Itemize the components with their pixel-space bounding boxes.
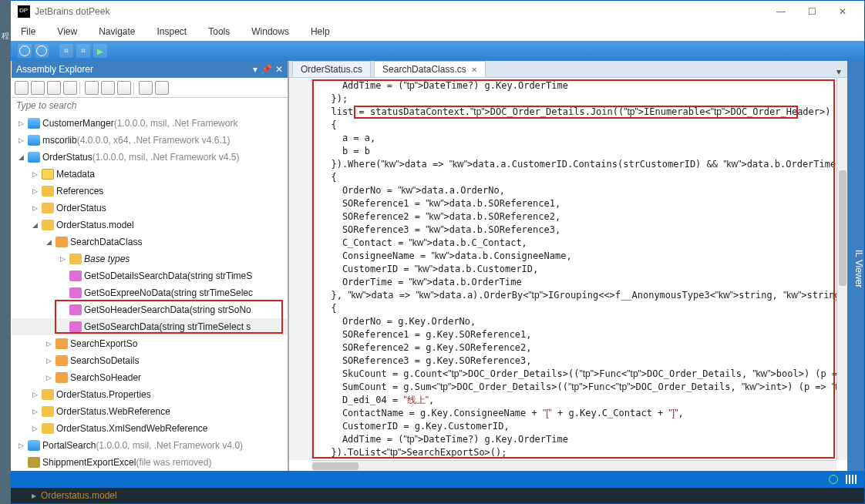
tree-node[interactable]: GetSoDetailsSearchData(string strTimeS — [12, 267, 288, 284]
tree-node[interactable]: ▷Base types — [12, 250, 288, 267]
window-title: JetBrains dotPeek — [35, 6, 109, 17]
explorer-tool-8[interactable] — [139, 81, 153, 95]
menu-inspect[interactable]: Inspect — [154, 25, 190, 39]
tree-node[interactable]: ▷SearchSoDetails — [12, 352, 288, 369]
cls-icon — [56, 237, 68, 247]
il-viewer-tab[interactable]: IL Viewer — [847, 61, 864, 471]
ref-icon — [42, 169, 54, 180]
menu-help[interactable]: Help — [308, 25, 333, 39]
tab-searchdataclass[interactable]: SearchDataClass.cs✕ — [374, 61, 486, 77]
code-editor[interactable]: AddTime = ("tp">DateTime?) g.Key.OrderTi… — [312, 78, 836, 460]
fold-icon — [42, 203, 54, 213]
nav-forward-button[interactable] — [35, 44, 49, 58]
explorer-tool-3[interactable] — [47, 81, 61, 95]
asm-icon — [28, 118, 40, 129]
fold-icon — [42, 423, 54, 434]
fold-icon — [42, 220, 54, 230]
meth-icon — [69, 287, 82, 298]
bottom-text: Orderstatus.model — [41, 490, 117, 501]
tree-node[interactable]: GetSoHeaderSearchData(string strSoNo — [12, 301, 288, 318]
menu-bar: File View Navigate Inspect Tools Windows… — [1, 22, 864, 41]
tree-node[interactable]: ▷OrderStatus — [12, 200, 288, 217]
toolbar-button-3[interactable]: ⌗ — [59, 44, 73, 58]
app-logo-icon — [18, 5, 30, 18]
meth-icon — [69, 304, 82, 315]
tree-node[interactable]: ◢OrderStatus.model — [12, 217, 288, 234]
main-toolbar: ⌗ ⌗ ▶ — [1, 41, 864, 61]
explorer-tool-4[interactable] — [63, 81, 77, 95]
tree-node[interactable]: ▷SearchExportSo — [12, 335, 288, 352]
horizontal-scrollbar[interactable] — [312, 460, 836, 471]
cls-icon — [56, 355, 68, 366]
menu-navigate[interactable]: Navigate — [96, 25, 138, 39]
editor-tabs: OrderStatus.cs SearchDataClass.cs✕ ▾ — [289, 61, 847, 78]
close-button[interactable]: ✕ — [827, 6, 858, 17]
panel-title: Assembly Explorer — [16, 64, 93, 75]
toolbar-run-button[interactable]: ▶ — [93, 44, 107, 58]
explorer-tool-9[interactable] — [155, 81, 169, 95]
explorer-tool-7[interactable] — [117, 81, 131, 95]
vertical-scrollbar[interactable] — [836, 78, 847, 460]
minimize-button[interactable]: — — [766, 6, 796, 17]
tree-node[interactable]: ▷CustomerManger (1.0.0.0, msil, .Net Fra… — [12, 115, 288, 132]
left-gutter-strip: 程 — [0, 0, 11, 504]
explorer-tool-2[interactable] — [31, 81, 45, 95]
tree-node[interactable]: ◢SearchDataClass — [12, 234, 288, 250]
menu-view[interactable]: View — [54, 25, 80, 39]
fold-icon — [42, 389, 54, 400]
menu-windows[interactable]: Windows — [248, 25, 292, 39]
tab-orderstatus[interactable]: OrderStatus.cs — [292, 61, 371, 77]
cls-icon — [56, 338, 68, 349]
window-titlebar: JetBrains dotPeek — ☐ ✕ — [1, 1, 864, 22]
status-bar — [1, 471, 864, 488]
collapse-icon[interactable]: ▸ — [32, 490, 36, 501]
fold-icon — [42, 186, 54, 197]
meth-icon — [69, 270, 82, 281]
asm-icon — [28, 135, 40, 146]
tab-close-icon[interactable]: ✕ — [471, 66, 477, 74]
menu-file[interactable]: File — [18, 25, 39, 39]
tree-node[interactable]: ▷mscorlib (4.0.0.0, x64, .Net Framework … — [12, 132, 288, 149]
panel-close-icon[interactable]: ✕ — [275, 64, 283, 75]
panel-pin-icon[interactable]: 📌 — [261, 64, 272, 75]
tree-node[interactable]: ▷References — [12, 183, 288, 200]
menu-tools[interactable]: Tools — [205, 25, 233, 39]
tabs-overflow-icon[interactable]: ▾ — [830, 66, 847, 77]
tree-node[interactable]: ShippmentExportExcel (file was removed) — [12, 454, 288, 471]
tree-node[interactable]: GetSoExpreeNoData(string strTimeSelec — [12, 284, 288, 301]
fold-icon — [42, 406, 54, 417]
status-indicator-icon — [829, 475, 838, 484]
warn-icon — [28, 457, 40, 468]
code-gutter — [289, 78, 312, 460]
tree-node[interactable]: ▷OrderStatus.Properties — [12, 386, 288, 403]
explorer-tool-5[interactable] — [85, 81, 99, 95]
asm-icon — [28, 152, 40, 163]
assembly-explorer-header: Assembly Explorer ▾ 📌 ✕ — [12, 61, 288, 78]
tree-node[interactable]: ▷SearchSoHeader — [12, 369, 288, 386]
tree-node[interactable]: ▷PortalSearch (1.0.0.0, msil, .Net Frame… — [12, 437, 288, 454]
search-box[interactable] — [12, 98, 288, 113]
maximize-button[interactable]: ☐ — [796, 6, 827, 17]
status-activity-icon — [846, 475, 857, 484]
search-input[interactable] — [16, 100, 283, 111]
tree-node[interactable]: ▷OrderStatus.WebReference — [12, 403, 288, 420]
tree-node[interactable]: ▷Metadata — [12, 166, 288, 183]
fold-icon — [69, 254, 82, 264]
bottom-info-strip: ▸ Orderstatus.model — [1, 488, 864, 503]
tree-node[interactable]: ◢OrderStatus (1.0.0.0, msil, .Net Framew… — [12, 149, 288, 166]
asm-icon — [28, 440, 40, 451]
explorer-toolbar — [12, 78, 288, 98]
meth-icon — [69, 321, 82, 332]
nav-back-button[interactable] — [18, 44, 32, 58]
assembly-tree[interactable]: ▷CustomerManger (1.0.0.0, msil, .Net Fra… — [12, 113, 288, 471]
cls-icon — [56, 372, 68, 383]
explorer-tool-6[interactable] — [101, 81, 115, 95]
tree-node[interactable]: ▷OrderStatus.XmlSendWebReference — [12, 420, 288, 437]
toolbar-button-4[interactable]: ⌗ — [76, 44, 90, 58]
tree-node[interactable]: GetSoSearchData(string strTimeSelect s — [12, 318, 288, 335]
panel-dropdown-icon[interactable]: ▾ — [253, 64, 257, 75]
explorer-tool-1[interactable] — [15, 81, 29, 95]
